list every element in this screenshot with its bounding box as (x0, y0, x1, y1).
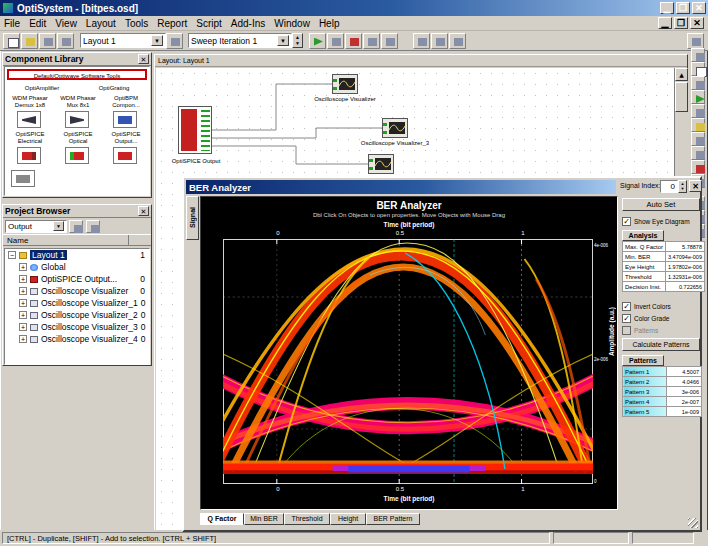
project-browser-close-icon[interactable]: ✕ (138, 206, 149, 216)
layout-settings-button[interactable] (166, 33, 183, 49)
library-item-label[interactable]: OptiBPM Compon... (103, 95, 149, 109)
rotate-tool-button[interactable] (691, 146, 705, 160)
expand-icon[interactable]: + (19, 335, 27, 343)
scroll-up-icon[interactable]: ▲ (675, 68, 688, 81)
menu-item-window[interactable]: Window (274, 18, 310, 29)
menu-item-script[interactable]: Script (196, 18, 222, 29)
library-item-label[interactable]: WDM Phasar Demux 1x8 (7, 95, 53, 109)
tab-q-factor[interactable]: Q Factor (200, 513, 244, 525)
menu-item-edit[interactable]: Edit (29, 18, 46, 29)
oscilloscope-component[interactable] (332, 74, 358, 94)
signal-index-spinner[interactable]: ▲▼ (678, 180, 687, 193)
ber-titlebar[interactable]: BER Analyzer (186, 180, 616, 194)
wdm-demux-icon[interactable] (17, 111, 41, 128)
sweep-combo[interactable]: Sweep Iteration 1 ▼ (188, 33, 292, 48)
expand-icon[interactable]: + (19, 311, 27, 319)
patterns-checkbox[interactable]: Patterns (622, 326, 658, 335)
text-tool-button[interactable] (691, 62, 705, 76)
pan-button[interactable] (449, 33, 466, 49)
tab-min-ber[interactable]: Min BER (244, 513, 284, 525)
open-button[interactable] (21, 33, 38, 49)
zoom-tool-button[interactable] (691, 104, 705, 118)
tree-item-global[interactable]: + Global (5, 261, 149, 273)
delete-tool-button[interactable] (691, 160, 705, 174)
window-titlebar[interactable]: OptiSystem - [bitpes.osd] ▁ ❐ ✕ (0, 0, 708, 16)
color-grade-checkbox[interactable]: ✓ Color Grade (622, 314, 669, 323)
browser-tool-button[interactable] (69, 220, 83, 233)
save-button[interactable] (39, 33, 56, 49)
zoom-out-button[interactable] (431, 33, 448, 49)
expand-icon[interactable]: + (19, 323, 27, 331)
signal-tab[interactable]: Signal (186, 196, 199, 240)
auto-set-button[interactable]: Auto Set (622, 198, 700, 211)
tree-item-scope[interactable]: + Oscilloscope Visualizer 0 (5, 285, 149, 297)
signal-index-input[interactable]: 0 (660, 180, 678, 193)
mdi-restore-button[interactable]: ❐ (674, 17, 688, 29)
mdi-minimize-button[interactable]: ▁ (658, 17, 672, 29)
library-folder-optigrating[interactable]: OptiGrating (79, 83, 149, 93)
menu-item-layout[interactable]: Layout (86, 18, 116, 29)
calculate-button[interactable] (363, 33, 380, 49)
grid-tool-button[interactable] (691, 118, 705, 132)
tree-item-output[interactable]: + OptiSPICE Output... 0 (5, 273, 149, 285)
minimize-button[interactable]: ▁ (660, 2, 674, 14)
select-tool-button[interactable] (691, 48, 705, 62)
wire-tool-button[interactable] (691, 76, 705, 90)
sweep-combo-arrow-icon[interactable]: ▼ (277, 35, 289, 46)
run-button[interactable] (309, 33, 326, 49)
optibpm-icon[interactable] (113, 111, 137, 128)
tab-height[interactable]: Height (330, 513, 366, 525)
layout-combo[interactable]: Layout 1 ▼ (80, 33, 166, 48)
tree-item-scope[interactable]: + Oscilloscope Visualizer_3 0 (5, 321, 149, 333)
library-item-label[interactable]: OptiSPICE Optical (55, 131, 101, 145)
optispice-output-icon[interactable] (113, 147, 137, 164)
browser-filter-arrow-icon[interactable]: ▼ (53, 221, 64, 231)
tab-ber-pattern[interactable]: BER Pattern (366, 513, 420, 525)
calculate-patterns-button[interactable]: Calculate Patterns (622, 338, 700, 351)
expand-icon[interactable]: + (19, 263, 27, 271)
menu-item-addins[interactable]: Add-Ins (231, 18, 265, 29)
print-button[interactable] (57, 33, 74, 49)
optispice-output-component[interactable] (178, 106, 212, 154)
browser-tool-button[interactable] (86, 220, 100, 233)
align-tool-button[interactable] (691, 132, 705, 146)
collapse-icon[interactable]: − (8, 251, 16, 259)
checkbox-icon[interactable]: ✓ (622, 217, 631, 226)
component-tool-button[interactable] (691, 90, 705, 104)
close-button[interactable]: ✕ (692, 2, 706, 14)
library-root-item[interactable]: Default/Optiwave Software Tools (7, 69, 147, 80)
zoom-in-button[interactable] (413, 33, 430, 49)
sweep-spinner[interactable]: ▲▼ (292, 33, 303, 48)
mdi-close-button[interactable]: ✕ (690, 17, 704, 29)
menu-item-tools[interactable]: Tools (125, 18, 148, 29)
tree-item-scope[interactable]: + Oscilloscope Visualizer_2 0 (5, 309, 149, 321)
oscilloscope-component[interactable] (368, 154, 394, 174)
wdm-mux-icon[interactable] (65, 111, 89, 128)
analysis-tab[interactable]: Analysis (622, 230, 664, 241)
tree-item-scope[interactable]: + Oscilloscope Visualizer_4 0 (5, 333, 149, 345)
patterns-tab[interactable]: Patterns (622, 355, 664, 366)
checkbox-icon[interactable]: ✓ (622, 302, 631, 311)
ber-graph-panel[interactable]: BER Analyzer Dbl Click On Objects to ope… (200, 196, 618, 510)
layout-combo-arrow-icon[interactable]: ▼ (151, 35, 163, 46)
help-button[interactable] (687, 33, 704, 49)
library-item-label[interactable]: OptiSPICE Electrical (7, 131, 53, 145)
ber-close-icon[interactable]: ✕ (689, 180, 702, 192)
pause-button[interactable] (327, 33, 344, 49)
expand-icon[interactable]: + (19, 299, 27, 307)
tree-item-layout-1[interactable]: − Layout 1 1 (5, 249, 149, 261)
checkbox-icon[interactable] (622, 326, 631, 335)
tree-item-scope[interactable]: + Oscilloscope Visualizer_1 0 (5, 297, 149, 309)
invert-colors-checkbox[interactable]: ✓ Invert Colors (622, 302, 671, 311)
menu-item-file[interactable]: File (4, 18, 20, 29)
optispice-extra-icon[interactable] (11, 170, 35, 187)
resize-grip[interactable] (688, 518, 698, 528)
optispice-optical-icon[interactable] (65, 147, 89, 164)
oscilloscope-component[interactable] (382, 118, 408, 138)
expand-icon[interactable]: + (19, 275, 27, 283)
library-item-label[interactable]: WDM Phasar Mux 8x1 (55, 95, 101, 109)
library-folder-optiamplifier[interactable]: OptiAmplifier (7, 83, 77, 93)
new-button[interactable] (3, 33, 20, 49)
name-column-header[interactable]: Name (3, 235, 129, 245)
stop-button[interactable] (345, 33, 362, 49)
